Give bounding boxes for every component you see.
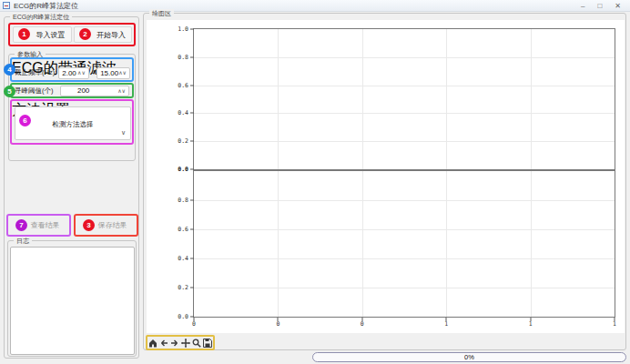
gridline [531, 29, 532, 169]
plot-canvas[interactable]: 1.00.80.60.40.20.0 0.80.60.40.20.0000111 [147, 20, 625, 333]
x-tick-label: 0 [361, 320, 364, 328]
badge-1: 1 [18, 28, 30, 40]
gridline [278, 29, 279, 169]
plot-toolbar [146, 335, 215, 350]
cutoff-low-value: 2.00 [62, 69, 76, 77]
home-icon[interactable] [148, 338, 158, 349]
method-combobox[interactable]: 检测方法选择 ∨ [15, 106, 131, 140]
back-arrow-icon[interactable] [159, 338, 169, 349]
params-group: 参数输入 ECG的带通滤波 截止频率(Hz): 2.00 ∧∨ ~ 15.00 … [8, 54, 136, 161]
x-tick-label: 1 [529, 320, 533, 328]
y-tick-mark [190, 229, 194, 230]
progress-bar: 0% [312, 352, 626, 362]
cutoff-frequency-label: 截止频率(Hz): [15, 68, 56, 77]
spinner-arrows-icon[interactable]: ∧∨ [117, 88, 126, 94]
y-tick-label: 0.8 [178, 197, 188, 204]
gridline [446, 171, 447, 317]
cutoff-high-value: 15.00 [100, 69, 118, 77]
gridline [194, 141, 615, 142]
y-tick-mark [190, 29, 194, 30]
view-result-label: 查看结果 [31, 220, 60, 230]
spinner-arrows-icon[interactable]: ∧∨ [118, 70, 127, 76]
y-tick-mark [190, 56, 194, 57]
subplot-top[interactable]: 1.00.80.60.40.20.0 [193, 28, 615, 170]
gridline [194, 200, 615, 201]
log-group: 日志 [7, 240, 137, 357]
range-separator: ~ [91, 69, 95, 77]
x-tick-label: 0 [276, 320, 279, 328]
gridline [446, 29, 447, 169]
badge-2: 2 [79, 28, 91, 40]
gridline [194, 86, 615, 86]
gridline [194, 258, 615, 259]
zoom-icon[interactable] [191, 338, 201, 349]
x-tick-label: 1 [444, 320, 448, 328]
y-tick-label: 0.6 [178, 226, 188, 233]
app-icon [3, 2, 10, 9]
minimize-button[interactable]: – [581, 2, 584, 10]
chevron-down-icon[interactable]: ∨ [121, 129, 126, 136]
x-tick-label: 1 [613, 320, 616, 328]
y-tick-mark [190, 288, 194, 288]
badge-3: 3 [83, 219, 95, 231]
log-textarea[interactable] [10, 247, 135, 355]
title-bar: ECG的R峰算法定位 – □ ✕ [0, 0, 630, 12]
badge-6: 6 [19, 115, 31, 126]
badge-4: 4 [4, 64, 15, 76]
gridline [194, 229, 615, 230]
maximize-button[interactable]: □ [597, 2, 602, 10]
y-tick-label: 0.2 [178, 284, 188, 291]
peak-threshold-annotation-box: 寻峰阈值(个) 200 ∧∨ [10, 83, 134, 98]
left-panel-title: ECG的R峰算法定位 [10, 13, 72, 21]
peak-threshold-label: 寻峰阈值(个) [15, 86, 54, 96]
y-tick-label: 0.0 [178, 166, 188, 173]
y-tick-mark [190, 85, 194, 86]
bandpass-annotation-box: ECG的带通滤波 截止频率(Hz): 2.00 ∧∨ ~ 15.00 ∧∨ [10, 57, 134, 82]
gridline [531, 171, 532, 317]
x-tick-label: 0 [192, 320, 196, 328]
y-tick-label: 0.4 [178, 255, 188, 262]
import-settings-label: 导入设置 [36, 30, 66, 40]
gridline [362, 171, 363, 317]
save-icon[interactable] [202, 338, 212, 349]
pan-icon[interactable] [180, 338, 190, 349]
y-tick-mark [190, 141, 194, 142]
y-tick-label: 0.0 [178, 313, 188, 320]
log-group-title: 日志 [14, 237, 32, 245]
start-import-label: 开始导入 [97, 30, 126, 40]
cutoff-high-spinbox[interactable]: 15.00 ∧∨ [97, 67, 130, 79]
method-combobox-label: 检测方法选择 [53, 120, 94, 128]
cutoff-low-spinbox[interactable]: 2.00 ∧∨ [58, 67, 89, 79]
spinner-arrows-icon[interactable]: ∧∨ [77, 70, 86, 76]
gridline [194, 113, 615, 114]
y-tick-label: 0.4 [178, 109, 188, 116]
peak-threshold-value: 200 [77, 86, 89, 95]
save-result-label: 保存结果 [98, 220, 127, 230]
peak-threshold-spinbox[interactable]: 200 ∧∨ [60, 86, 130, 96]
gridline [362, 29, 363, 169]
badge-5: 5 [4, 86, 15, 97]
y-tick-label: 1.0 [178, 25, 188, 33]
save-result-annotation-box: 保存结果 3 [74, 214, 138, 237]
progress-text: 0% [464, 353, 474, 361]
gridline [194, 288, 615, 288]
plot-panel-title: 绘图区 [149, 9, 174, 17]
window-title: ECG的R峰算法定位 [14, 1, 78, 11]
left-panel-group: ECG的R峰算法定位 导入设置 开始导入 1 2 参数输入 ECG的带通滤波 截… [4, 16, 139, 359]
subplot-bottom[interactable]: 0.80.60.40.20.0000111 [193, 170, 615, 318]
gridline [278, 171, 279, 317]
badge-7: 7 [15, 219, 27, 231]
import-annotation-box: 导入设置 开始导入 1 2 [8, 23, 136, 46]
forward-arrow-icon[interactable] [170, 338, 180, 349]
y-tick-label: 0.6 [178, 82, 188, 89]
gridline [194, 57, 615, 58]
close-button[interactable]: ✕ [615, 2, 621, 10]
method-annotation-box: 方法设置 检测方法选择 ∨ 6 [10, 99, 134, 145]
y-tick-label: 0.2 [178, 137, 188, 145]
y-tick-mark [190, 258, 194, 259]
y-tick-label: 0.8 [178, 54, 188, 61]
y-tick-mark [190, 113, 194, 114]
y-tick-mark [190, 200, 194, 201]
view-result-annotation-box: 查看结果 7 [6, 214, 71, 237]
